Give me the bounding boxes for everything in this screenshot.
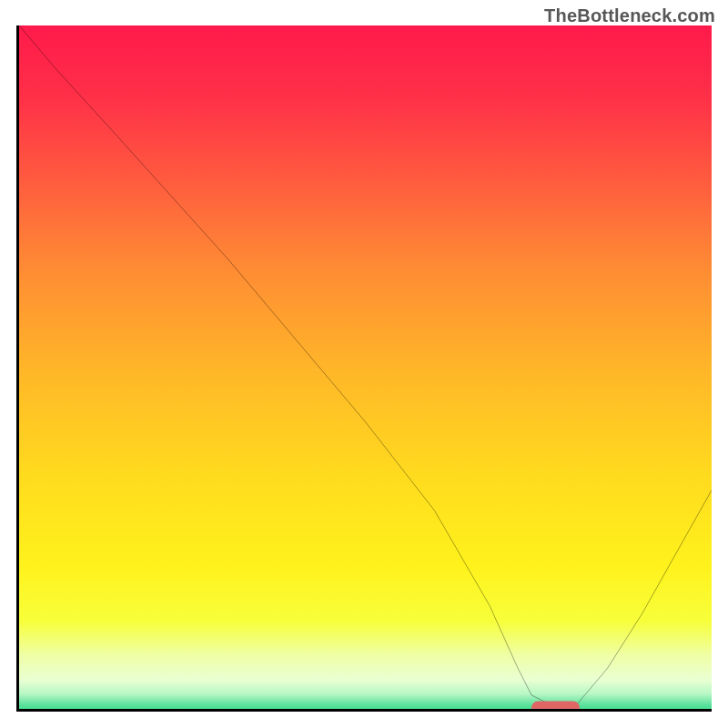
plot-area — [16, 25, 712, 712]
watermark-text: TheBottleneck.com — [544, 5, 715, 26]
optimal-marker — [531, 702, 580, 712]
bottleneck-curve — [19, 25, 712, 709]
chart-frame: TheBottleneck.com — [0, 0, 728, 728]
